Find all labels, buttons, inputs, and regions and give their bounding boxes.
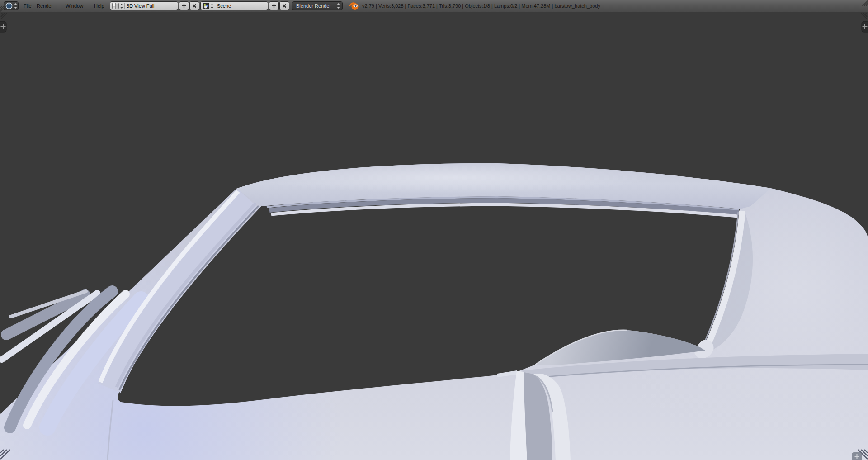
scene-icon [203,3,209,9]
scene-value: Scene [217,3,231,9]
add-scene-button[interactable] [269,1,279,10]
x-icon [282,3,287,9]
scene-selector[interactable]: Scene [200,1,268,10]
open-region-tab-bottom[interactable] [852,452,862,460]
scene-stats: v2.79 | Verts:3,028 | Faces:3,771 | Tris… [362,0,600,12]
area-corner-grip[interactable] [0,6,6,12]
menu-help[interactable]: Help [91,0,107,12]
render-engine-value: Blender Render [292,3,336,9]
screen-layout-icon [112,3,119,9]
info-editor-icon [5,2,13,9]
add-layout-button[interactable] [179,1,189,10]
close-layout-button[interactable] [189,1,199,10]
updown-arrows-icon [336,3,340,9]
blender-logo-icon [349,1,359,10]
updown-arrows-icon [210,3,214,9]
menu-file[interactable]: File [21,0,34,12]
menu-render[interactable]: Render [34,0,56,12]
open-properties-tab[interactable] [862,21,868,32]
close-scene-button[interactable] [279,1,289,10]
screen-layout-value: 3D View Full [127,3,155,9]
blender-window: File Render Window Help 3D View Full [0,0,868,460]
render-engine-selector[interactable]: Blender Render [292,1,343,10]
divider [124,3,125,9]
plus-icon [271,3,277,9]
plus-icon [181,3,187,9]
screen-layout-selector[interactable]: 3D View Full [110,1,178,10]
divider [215,3,215,9]
updown-arrows-icon [120,3,123,9]
menu-window[interactable]: Window [63,0,86,12]
open-toolshelf-tab[interactable] [0,21,6,32]
viewport-3d[interactable] [0,12,868,460]
x-icon [192,3,197,9]
updown-arrows-icon [14,3,18,9]
info-header[interactable]: File Render Window Help 3D View Full [0,0,868,12]
area-corner-grip[interactable] [862,0,868,6]
